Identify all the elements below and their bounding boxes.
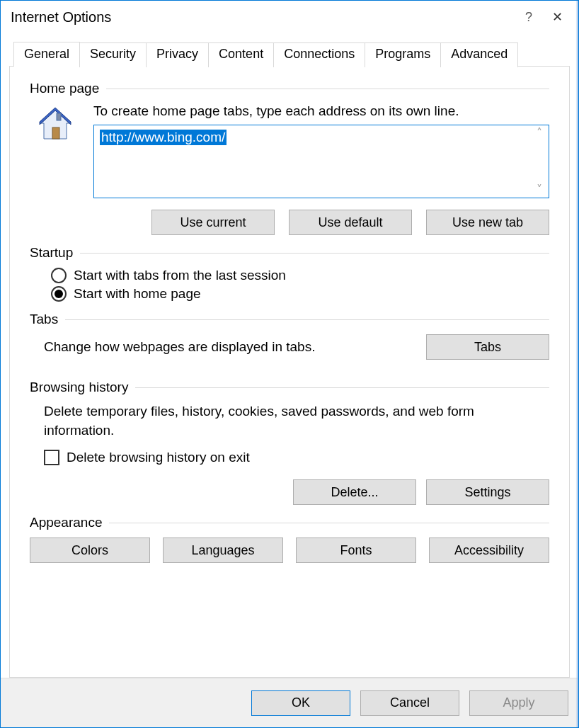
homepage-group-title: Home page <box>30 81 99 96</box>
tab-security-label: Security <box>90 47 136 61</box>
help-icon[interactable]: ? <box>525 10 532 25</box>
use-current-button[interactable]: Use current <box>151 210 275 235</box>
use-default-button[interactable]: Use default <box>289 210 412 235</box>
tab-privacy[interactable]: Privacy <box>146 42 209 67</box>
scroll-down-icon[interactable]: ˅ <box>537 184 542 195</box>
divider <box>65 319 549 320</box>
cancel-button[interactable]: Cancel <box>360 690 459 716</box>
tab-connections[interactable]: Connections <box>273 42 365 67</box>
homepage-group: Home page To create home page tabs, type <box>30 81 549 235</box>
divider <box>80 253 549 254</box>
tab-security[interactable]: Security <box>79 42 147 67</box>
tab-privacy-label: Privacy <box>156 47 198 61</box>
accessibility-button[interactable]: Accessibility <box>429 538 549 563</box>
apply-button[interactable]: Apply <box>469 690 568 716</box>
tabstrip: General Security Privacy Content Connect… <box>9 42 570 67</box>
close-icon[interactable]: ✕ <box>552 9 563 25</box>
svg-rect-3 <box>57 113 61 120</box>
tab-programs[interactable]: Programs <box>365 42 441 67</box>
homepage-url-value[interactable]: http://www.bing.com/ <box>100 130 227 145</box>
startup-group: Startup Start with tabs from the last se… <box>30 245 549 302</box>
window-title: Internet Options <box>11 9 111 25</box>
use-new-tab-button[interactable]: Use new tab <box>426 210 549 235</box>
tab-general-label: General <box>24 47 69 61</box>
dialog-footer: OK Cancel Apply <box>1 678 578 727</box>
ok-button[interactable]: OK <box>251 690 350 716</box>
homepage-help-text: To create home page tabs, type each addr… <box>93 103 549 119</box>
tab-content-panel: Home page To create home page tabs, type <box>9 66 570 678</box>
startup-last-session-label: Start with tabs from the last session <box>74 268 286 283</box>
home-icon <box>30 103 81 144</box>
history-description: Delete temporary files, history, cookies… <box>30 402 549 447</box>
history-group-title: Browsing history <box>30 380 128 395</box>
tabs-group: Tabs Change how webpages are displayed i… <box>30 312 549 360</box>
textarea-scrollbar[interactable]: ˄ ˅ <box>530 125 549 198</box>
tab-connections-label: Connections <box>284 47 355 61</box>
fonts-button[interactable]: Fonts <box>296 538 416 563</box>
delete-history-on-exit-label: Delete browsing history on exit <box>67 450 250 465</box>
titlebar-controls: ? ✕ <box>525 9 578 25</box>
titlebar: Internet Options ? ✕ <box>1 1 578 33</box>
delete-history-button[interactable]: Delete... <box>293 479 416 505</box>
startup-home-page-label: Start with home page <box>74 286 201 302</box>
history-settings-button[interactable]: Settings <box>426 479 549 505</box>
divider <box>109 523 549 523</box>
tab-advanced[interactable]: Advanced <box>440 42 518 67</box>
divider <box>135 387 549 388</box>
tab-advanced-label: Advanced <box>451 47 508 61</box>
svg-rect-2 <box>52 127 59 139</box>
tabs-group-title: Tabs <box>30 312 58 327</box>
appearance-group: Appearance Colors Languages Fonts Access… <box>30 515 549 563</box>
dialog-window: Internet Options ? ✕ General Security Pr… <box>0 0 579 728</box>
tab-content[interactable]: Content <box>208 42 274 67</box>
history-group: Browsing history Delete temporary files,… <box>30 380 549 505</box>
tabs-description: Change how webpages are displayed in tab… <box>30 339 412 355</box>
startup-last-session-radio[interactable] <box>51 268 67 283</box>
colors-button[interactable]: Colors <box>30 538 150 563</box>
delete-history-on-exit-checkbox[interactable] <box>44 450 59 465</box>
scroll-up-icon[interactable]: ˄ <box>537 127 542 139</box>
divider <box>106 89 549 89</box>
tab-general[interactable]: General <box>13 42 80 67</box>
startup-home-page-radio[interactable] <box>51 286 67 302</box>
tab-content-label: Content <box>219 47 263 61</box>
languages-button[interactable]: Languages <box>163 538 283 563</box>
tab-programs-label: Programs <box>375 47 430 61</box>
tabs-button[interactable]: Tabs <box>426 334 549 360</box>
homepage-url-textarea[interactable]: http://www.bing.com/ ˄ ˅ <box>93 125 549 198</box>
appearance-group-title: Appearance <box>30 515 102 530</box>
startup-group-title: Startup <box>30 245 73 261</box>
